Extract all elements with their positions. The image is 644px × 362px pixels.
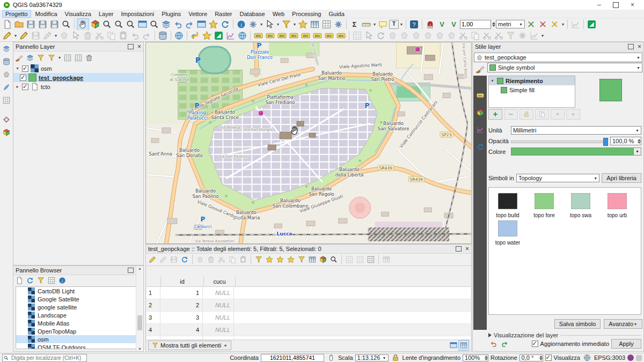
render-checkbox[interactable] (545, 354, 552, 361)
3d-view-tab-icon[interactable] (475, 108, 485, 117)
current-edits-dropdown-icon[interactable] (13, 30, 18, 41)
invert-selection-icon[interactable] (275, 255, 285, 264)
db-manager-icon[interactable] (157, 30, 169, 41)
save-symbol-button[interactable]: Salva simbolo (554, 319, 601, 329)
new-shapefile-layer-icon[interactable] (2, 70, 11, 79)
move-up-button[interactable] (551, 109, 565, 120)
feature-filter-button[interactable]: Mostra tutti gli elementi (148, 341, 231, 350)
expand-all-icon[interactable] (63, 53, 72, 63)
advanced-button[interactable]: Avanzato (604, 319, 642, 329)
browser-panel-float-icon[interactable] (128, 268, 134, 273)
processing-toolbox-icon[interactable] (333, 19, 344, 30)
new-map-view-icon[interactable] (196, 19, 207, 30)
new-project-icon[interactable] (2, 19, 13, 30)
pin-unpin-labels-icon[interactable] (288, 30, 299, 41)
browser-scrollbar[interactable]: ▲▼ (136, 266, 143, 351)
delete-selected-icon[interactable] (82, 30, 93, 41)
cell-id[interactable]: 2 (160, 299, 203, 311)
pan-to-selection-icon[interactable] (318, 255, 328, 264)
add-ring-icon[interactable] (399, 30, 410, 41)
layers-panel-close-icon[interactable] (137, 43, 141, 50)
browser-item[interactable]: google satellite (16, 303, 141, 311)
mouse-tracking-icon[interactable] (326, 353, 336, 362)
apply-button[interactable]: Apply (611, 339, 641, 349)
simplify-feature-icon[interactable] (387, 30, 398, 41)
delete-field-icon[interactable] (355, 255, 365, 264)
corner-header[interactable] (147, 277, 161, 286)
rotate-feature-icon[interactable] (375, 30, 386, 41)
paste-features-icon[interactable] (118, 30, 129, 41)
statistics-icon[interactable]: Σ (349, 19, 360, 30)
select-value-dropdown-icon[interactable] (292, 19, 297, 30)
layers-panel-float-icon[interactable] (128, 44, 134, 49)
save-as-template-icon[interactable] (49, 19, 60, 30)
toggle-editing-icon[interactable] (18, 30, 30, 41)
pan-map-tool-icon[interactable] (77, 18, 89, 31)
cell-cucu[interactable]: NULL (203, 287, 234, 299)
magnifier-spinbox[interactable]: 100% (463, 354, 488, 361)
menu-item[interactable]: Vettore (185, 10, 210, 18)
reload-table-icon[interactable] (180, 255, 189, 264)
delete-part-icon[interactable] (446, 30, 457, 41)
python-console-icon[interactable] (189, 30, 201, 41)
live-update-checkbox[interactable] (532, 341, 538, 347)
zoom-full-icon[interactable] (137, 19, 148, 30)
data-source-manager-icon[interactable] (2, 44, 11, 54)
open-layer-styling-icon[interactable] (14, 53, 24, 63)
identify-features-icon[interactable] (236, 19, 247, 30)
field-calculator-icon[interactable] (321, 19, 332, 30)
menu-item[interactable]: Progetto (2, 10, 31, 18)
browser-item[interactable]: osm (16, 335, 141, 343)
cut-features-icon[interactable] (94, 30, 105, 41)
save-edits-icon[interactable] (30, 30, 41, 41)
opacity-spinbox[interactable]: 100,0 % (610, 137, 641, 145)
style-redo-icon[interactable] (500, 339, 510, 349)
filter-legend-icon[interactable] (36, 53, 46, 63)
expression-filter-dropdown-icon[interactable] (57, 52, 62, 63)
expander-icon[interactable] (15, 84, 20, 89)
delete-features-icon[interactable] (206, 255, 216, 264)
browser-item[interactable]: OpenTopoMap (16, 327, 141, 335)
zoom-next-icon[interactable] (184, 19, 195, 30)
map-tips-icon[interactable] (377, 19, 389, 30)
symbol-item[interactable]: topo water (492, 220, 523, 246)
layer-diagram-icon[interactable] (265, 30, 276, 41)
grass-tools-icon[interactable] (237, 30, 248, 41)
layer-row-test-geopckage[interactable]: test_geopckage (13, 73, 143, 82)
open-field-calculator-icon[interactable] (366, 255, 376, 264)
add-feature-icon[interactable] (195, 255, 205, 264)
toggle-editing-icon[interactable] (148, 255, 157, 264)
delete-ring-icon[interactable] (434, 30, 445, 41)
digitize-with-segment-icon[interactable] (42, 30, 53, 41)
menu-item[interactable]: Database (237, 10, 268, 18)
new-field-icon[interactable] (345, 255, 354, 264)
zoom-to-layer-icon[interactable] (160, 19, 172, 30)
crs-globe-icon[interactable] (582, 353, 592, 362)
metasearch-icon[interactable] (173, 30, 185, 41)
text-annotation-icon[interactable]: T (389, 20, 399, 29)
move-feature-icon[interactable] (363, 30, 375, 41)
renderer-combo[interactable]: Single symbol (487, 63, 642, 72)
undo-icon[interactable] (129, 30, 141, 41)
advanced-digitizing-dropdown-icon[interactable] (540, 30, 545, 41)
spatial-bookmarks-icon[interactable] (208, 19, 219, 30)
filter-legend-by-map-icon[interactable] (25, 53, 35, 63)
symbol-tree-fill-row[interactable]: Riempimento (489, 76, 575, 85)
menu-item[interactable]: Web (269, 10, 288, 18)
layer-checkbox[interactable] (22, 84, 28, 90)
snapping-toggle-icon[interactable] (425, 19, 436, 30)
symbol-group-combo[interactable]: Topology (516, 174, 599, 182)
filter-by-expression-icon[interactable] (47, 53, 56, 63)
browser-item[interactable]: Google Satellite (16, 295, 141, 303)
row-number[interactable]: 1 (147, 287, 160, 299)
table-row[interactable]: 2 2 NULL (147, 299, 471, 312)
refresh-map-icon[interactable] (219, 19, 231, 30)
select-by-expression-icon[interactable] (254, 255, 264, 264)
merge-features-icon[interactable] (505, 30, 516, 41)
split-features-icon[interactable] (481, 30, 493, 41)
column-header-cucu[interactable]: cucu (204, 277, 236, 286)
help-icon[interactable] (408, 19, 420, 30)
save-project-icon[interactable] (25, 19, 36, 30)
action-dropdown-icon[interactable] (259, 19, 264, 30)
measure-dropdown-icon[interactable] (372, 19, 377, 30)
